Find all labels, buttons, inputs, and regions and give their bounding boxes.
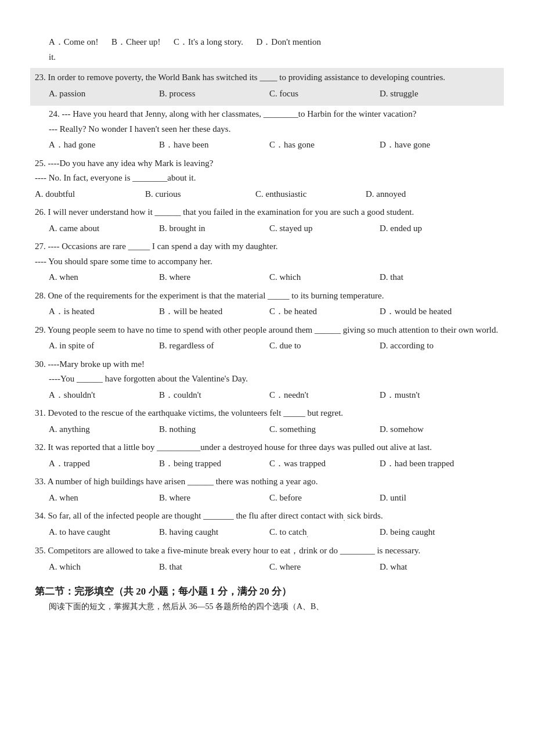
q32-option-b: B．being trapped — [159, 456, 252, 471]
q22-line1: A．Come on! B．Cheer up! C．It's a long sto… — [49, 35, 499, 50]
q22-line2: it. — [49, 50, 499, 65]
q27-option-c: C. which — [269, 270, 362, 285]
q23-text: 23. In order to remove poverty, the Worl… — [35, 70, 499, 85]
q25-option-c: C. enthusiastic — [255, 187, 348, 202]
q31-option-c: C. something — [269, 422, 362, 437]
q27-options: A. when B. where C. which D. that — [49, 270, 499, 285]
q23-option-d: D. struggle — [380, 87, 472, 102]
q34-options: A. to have caught B. having caught C. to… — [49, 525, 499, 540]
q32-block: 32. It was reported that a little boy __… — [35, 440, 499, 471]
q23-option-a: A. passion — [49, 87, 142, 102]
q30-options: A．shouldn't B．couldn't C．needn't D．mustn… — [49, 388, 499, 403]
q31-option-a: A. anything — [49, 422, 142, 437]
q33-block: 33. A number of high buildings have aris… — [35, 474, 499, 505]
q32-text: 32. It was reported that a little boy __… — [35, 440, 499, 455]
q23-option-b: B. process — [159, 87, 252, 102]
q27-text: 27. ---- Occasions are rare _____ I can … — [35, 239, 499, 254]
q26-option-b: B. brought in — [159, 221, 252, 236]
q30-line2: ----You ______ have forgotten about the … — [49, 372, 499, 387]
q28-text: 28. One of the requirements for the expe… — [35, 289, 499, 304]
q35-block: 35. Competitors are allowed to take a fi… — [35, 543, 499, 574]
q29-option-c: C. due to — [269, 339, 362, 354]
q30-option-d: D．mustn't — [380, 388, 472, 403]
q34-option-d: D. being caught — [380, 525, 472, 540]
q25-options: A. doubtful B. curious C. enthusiastic D… — [35, 187, 499, 202]
q31-block: 31. Devoted to the rescue of the earthqu… — [35, 406, 499, 437]
q28-option-b: B．will be heated — [159, 304, 252, 319]
q28-option-d: D．would be heated — [380, 304, 472, 319]
q33-text: 33. A number of high buildings have aris… — [35, 474, 499, 489]
q26-option-a: A. came about — [49, 221, 142, 236]
q26-option-c: C. stayed up — [269, 221, 362, 236]
q29-option-d: D. according to — [380, 339, 472, 354]
q29-text: 29. Young people seem to have no time to… — [35, 323, 499, 338]
section2-title: 第二节：完形填空（共 20 小题；每小题 1 分，满分 20 分） — [35, 585, 499, 598]
q23-block: 23. In order to remove poverty, the Worl… — [30, 68, 504, 106]
section2-instruction: 阅读下面的短文，掌握其大意，然后从 36—55 各题所给的四个选项（A、B、 — [49, 602, 499, 612]
q27-block: 27. ---- Occasions are rare _____ I can … — [35, 239, 499, 285]
q24-line2: --- Really? No wonder I haven't seen her… — [49, 122, 499, 137]
q30-option-c: C．needn't — [269, 388, 362, 403]
q33-option-c: C. before — [269, 491, 362, 506]
q35-option-c: C. where — [269, 560, 362, 575]
q24-option-d: D．have gone — [380, 138, 472, 153]
q23-num: 23. — [35, 73, 46, 82]
q25-line2: ---- No. In fact, everyone is ________ab… — [35, 171, 499, 186]
q24-text: 24. --- Have you heard that Jenny, along… — [49, 107, 499, 122]
q25-option-d: D. annoyed — [366, 187, 459, 202]
q22-options: A．Come on! B．Cheer up! C．It's a long sto… — [35, 35, 499, 64]
q34-option-a: A. to have caught — [49, 525, 142, 540]
q32-options: A．trapped B．being trapped C．was trapped … — [49, 456, 499, 471]
q30-option-a: A．shouldn't — [49, 388, 142, 403]
q34-option-b: B. having caught — [159, 525, 252, 540]
q32-option-c: C．was trapped — [269, 456, 362, 471]
q33-options: A. when B. where C. before D. until — [49, 491, 499, 506]
q30-option-b: B．couldn't — [159, 388, 252, 403]
q31-option-d: D. somehow — [380, 422, 472, 437]
q34-text: 34. So far, all of the infected people a… — [35, 509, 499, 524]
q23-option-c: C. focus — [269, 87, 362, 102]
q34-option-c: C. to catch. — [269, 525, 362, 540]
q35-options: A. which B. that C. where D. what — [49, 560, 499, 575]
q29-option-b: B. regardless of — [159, 339, 252, 354]
q28-options: A．is heated B．will be heated C．be heated… — [49, 304, 499, 319]
q32-option-a: A．trapped — [49, 456, 142, 471]
exam-content: A．Come on! B．Cheer up! C．It's a long sto… — [35, 35, 499, 612]
q25-option-b: B. curious — [145, 187, 238, 202]
q26-option-d: D. ended up — [380, 221, 472, 236]
q26-options: A. came about B. brought in C. stayed up… — [49, 221, 499, 236]
q32-option-d: D．had been trapped — [380, 456, 472, 471]
q25-text: 25. ----Do you have any idea why Mark is… — [35, 156, 499, 171]
q25-option-a: A. doubtful — [35, 187, 128, 202]
q27-option-d: D. that — [380, 270, 472, 285]
q23-options: A. passion B. process C. focus D. strugg… — [49, 87, 499, 102]
q24-options: A．had gone B．have been C．has gone D．have… — [49, 138, 499, 153]
q31-text: 31. Devoted to the rescue of the earthqu… — [35, 406, 499, 421]
q33-option-b: B. where — [159, 491, 252, 506]
q35-option-b: B. that — [159, 560, 252, 575]
q26-block: 26. I will never understand how it _____… — [35, 205, 499, 236]
q29-option-a: A. in spite of — [49, 339, 142, 354]
q31-option-b: B. nothing — [159, 422, 252, 437]
q34-block: 34. So far, all of the infected people a… — [35, 509, 499, 540]
q30-text: 30. ----Mary broke up with me! — [35, 357, 499, 372]
q27-option-b: B. where — [159, 270, 252, 285]
q35-text: 35. Competitors are allowed to take a fi… — [35, 543, 499, 559]
q24-option-a: A．had gone — [49, 138, 142, 153]
q27-line2: ---- You should spare some time to accom… — [35, 254, 499, 269]
q29-block: 29. Young people seem to have no time to… — [35, 323, 499, 354]
q33-option-d: D. until — [380, 491, 472, 506]
q24-option-c: C．has gone — [269, 138, 362, 153]
q28-block: 28. One of the requirements for the expe… — [35, 289, 499, 319]
q26-text: 26. I will never understand how it _____… — [35, 205, 499, 220]
q31-options: A. anything B. nothing C. something D. s… — [49, 422, 499, 437]
q24-option-b: B．have been — [159, 138, 252, 153]
q30-block: 30. ----Mary broke up with me! ----You _… — [35, 357, 499, 403]
q27-option-a: A. when — [49, 270, 142, 285]
q35-option-d: D. what — [380, 560, 472, 575]
q24-block: 24. --- Have you heard that Jenny, along… — [49, 107, 499, 153]
q25-block: 25. ----Do you have any idea why Mark is… — [35, 156, 499, 202]
q33-option-a: A. when — [49, 491, 142, 506]
q28-option-a: A．is heated — [49, 304, 142, 319]
q28-option-c: C．be heated — [269, 304, 362, 319]
